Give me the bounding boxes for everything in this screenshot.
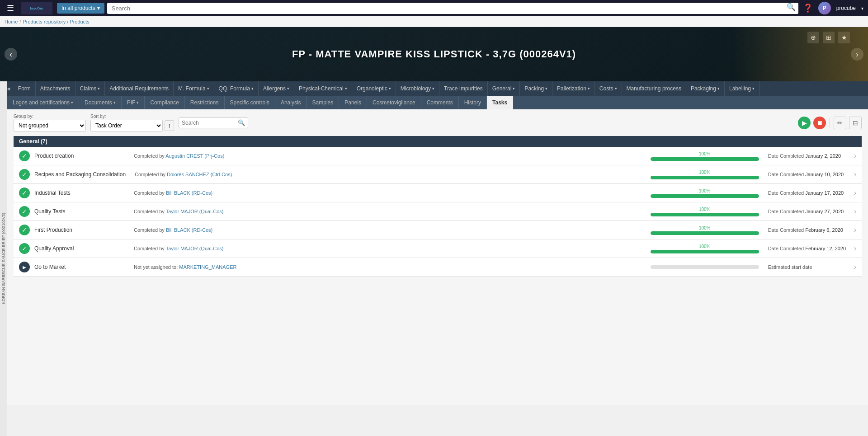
user-dropdown-chevron[interactable]: ▾: [861, 6, 863, 11]
main-nav-tab-organoleptic[interactable]: Organoleptic ▾: [352, 81, 396, 96]
task-name: First Production: [34, 227, 125, 233]
task-row: ✓Quality ApprovalCompleted by Taylor MAJ…: [14, 239, 862, 258]
search-scope-dropdown[interactable]: In all products ▾: [57, 3, 104, 14]
sub-tab-cosmetovigilance[interactable]: Cosmetovigilance: [367, 96, 421, 109]
main-nav-tab-packing[interactable]: Packing ▾: [520, 81, 552, 96]
search-wrapper: 🔍: [107, 3, 798, 14]
toolbar-search-icon: 🔍: [238, 119, 245, 126]
task-date: Date Completed January 10, 2020: [759, 172, 849, 177]
task-status-icon: ✓: [19, 243, 30, 254]
sub-tab-tasks[interactable]: Tasks: [487, 96, 513, 109]
sub-tab-documents[interactable]: Documents ▾: [79, 96, 122, 109]
sub-tab-history[interactable]: History: [459, 96, 487, 109]
main-nav-tab-form[interactable]: Form: [14, 81, 36, 96]
sub-tab-pif[interactable]: PIF ▾: [122, 96, 145, 109]
task-status-icon: ▶: [19, 262, 30, 272]
avatar: P: [818, 2, 831, 14]
task-detail-arrow[interactable]: ›: [854, 226, 856, 234]
task-progress-area: 100%: [651, 170, 759, 179]
sub-tab-comments[interactable]: Comments: [421, 96, 459, 109]
star-icon-button[interactable]: ★: [838, 32, 850, 43]
left-sidebar: KOREAN BARBECUE SAUCE BRIEF (000102V3): [0, 81, 7, 405]
task-progress-area: 100%: [651, 188, 759, 198]
task-detail-arrow[interactable]: ›: [854, 189, 856, 197]
task-progress-label: 100%: [651, 207, 759, 212]
sub-tab-analysis[interactable]: Analysis: [275, 96, 307, 109]
main-nav-tab-packaging[interactable]: Packaging ▾: [686, 81, 725, 96]
main-nav-tab-claims[interactable]: Claims ▾: [75, 81, 105, 96]
main-nav-tab-costs[interactable]: Costs ▾: [595, 81, 622, 96]
task-detail-arrow[interactable]: ›: [854, 207, 856, 216]
main-nav-tab-labelling[interactable]: Labelling ▾: [725, 81, 760, 96]
task-row: ✓Industrial TestsCompleted by Bill BLACK…: [14, 184, 862, 202]
task-progress-area: 100%: [651, 207, 759, 216]
edit-button[interactable]: ✏: [834, 117, 846, 129]
task-status-icon: ✓: [19, 225, 30, 235]
task-detail-arrow[interactable]: ›: [854, 170, 856, 178]
main-nav-tab-physical-chemical[interactable]: Physical-Chemical ▾: [294, 81, 352, 96]
main-nav-tab-general[interactable]: General ▾: [488, 81, 520, 96]
grid-icon-button[interactable]: ⊞: [823, 32, 835, 43]
main-nav-tab-attachments[interactable]: Attachments: [36, 81, 75, 96]
task-progress-area: 100%: [651, 151, 759, 161]
task-progress-bar: [651, 157, 759, 161]
hero-icons: ⊕ ⊞ ★: [807, 32, 850, 43]
task-assignee: Completed by Bill BLACK (RD-Cos): [125, 227, 651, 233]
task-progress-area: 100%: [651, 244, 759, 253]
task-name: Industrial Tests: [34, 190, 125, 196]
collapse-button[interactable]: ⊟: [849, 117, 862, 129]
sub-tab-compliance[interactable]: Compliance: [145, 96, 184, 109]
task-progress-label: 100%: [651, 188, 759, 193]
topbar-right: ❓ P procube ▾: [803, 2, 863, 14]
main-nav-tab-qq.-formula[interactable]: QQ. Formula ▾: [214, 81, 259, 96]
sub-tab-panels[interactable]: Panels: [339, 96, 367, 109]
stop-button[interactable]: ⏹: [813, 117, 826, 129]
play-button[interactable]: ▶: [798, 117, 811, 129]
task-detail-arrow[interactable]: ›: [854, 152, 856, 160]
breadcrumb-home[interactable]: Home: [5, 19, 18, 24]
zoom-icon-button[interactable]: ⊕: [807, 32, 819, 43]
main-nav-tab-allergens[interactable]: Allergens ▾: [259, 81, 294, 96]
nav-collapse-button[interactable]: «: [7, 85, 14, 92]
main-nav-tab-manufacturing-process[interactable]: Manufacturing process: [622, 81, 686, 96]
task-date: Date Completed January 2, 2020: [759, 153, 849, 159]
sub-tab-specific-controls[interactable]: Specific controls: [225, 96, 275, 109]
task-detail-arrow[interactable]: ›: [854, 263, 856, 271]
task-progress-area: [651, 265, 759, 269]
hero-nav-right-button[interactable]: ›: [851, 48, 863, 61]
hero-nav-left-button[interactable]: ‹: [5, 48, 17, 61]
sub-tab-samples[interactable]: Samples: [307, 96, 340, 109]
group-by-label: Group by:: [14, 114, 86, 119]
task-date: Date Completed February 12, 2020: [759, 246, 849, 251]
task-progress-bar: [651, 250, 759, 253]
sub-tab-logos-and-certifications[interactable]: Logos and certifications ▾: [7, 96, 79, 109]
menu-icon[interactable]: ☰: [5, 3, 16, 13]
task-detail-arrow[interactable]: ›: [854, 244, 856, 253]
search-area: In all products ▾ 🔍: [57, 3, 798, 14]
toolbar: Group by: Not grouped Sort by: Task Orde…: [14, 114, 862, 131]
topbar-search-input[interactable]: [107, 3, 798, 14]
help-icon[interactable]: ❓: [803, 3, 813, 13]
group-by-select[interactable]: Not grouped: [14, 120, 86, 131]
task-progress-bar-empty: [651, 265, 759, 269]
toolbar-search-input[interactable]: [182, 118, 236, 128]
task-date: Date Completed February 6, 2020: [759, 227, 849, 233]
sort-asc-button[interactable]: ↑: [165, 120, 174, 131]
task-progress-area: 100%: [651, 225, 759, 235]
main-nav: « FormAttachmentsClaims ▾Additional Requ…: [0, 81, 868, 96]
toolbar-divider: [830, 117, 830, 128]
main-nav-tab-palletization[interactable]: Palletization ▾: [552, 81, 595, 96]
main-nav-tab-m.-formula[interactable]: M. Formula ▾: [174, 81, 214, 96]
task-status-icon: ✓: [19, 188, 30, 198]
sort-by-select[interactable]: Task Order: [90, 120, 163, 131]
task-row: ✓Quality TestsCompleted by Taylor MAJOR …: [14, 202, 862, 221]
breadcrumb-section[interactable]: Products repository / Products: [23, 19, 89, 24]
task-name: Go to Market: [34, 264, 125, 270]
sort-by-label: Sort by:: [90, 114, 174, 119]
main-nav-tab-microbiology[interactable]: Microbiology ▾: [396, 81, 439, 96]
main-nav-tab-additional-requirements[interactable]: Additional Requirements: [105, 81, 174, 96]
sub-tab-restrictions[interactable]: Restrictions: [185, 96, 225, 109]
topbar-search-button[interactable]: 🔍: [787, 3, 796, 11]
main-nav-tab-trace-impurities[interactable]: Trace Impurities: [439, 81, 488, 96]
task-date: Date Completed January 17, 2020: [759, 190, 849, 196]
